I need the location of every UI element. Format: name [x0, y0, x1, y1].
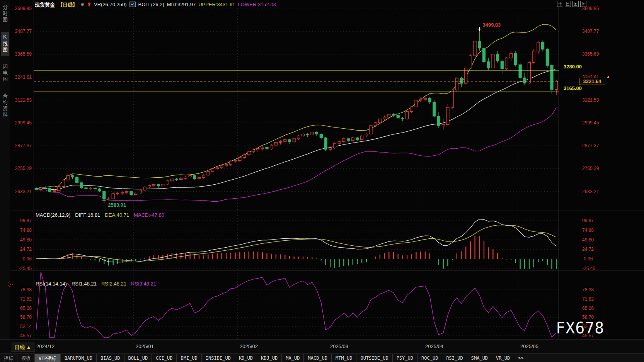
price-axis-label: 3487.77 [582, 29, 599, 34]
boll-upper-value: UPPER:3431.91 [198, 2, 235, 7]
toolbar-item-VR_UD[interactable]: VR_UD [492, 354, 514, 362]
circle-plus-icon[interactable]: ⊕ [80, 2, 84, 7]
toolbar-item-指标[interactable]: 指标 [0, 354, 17, 362]
price-axis-label: 3365.69 [15, 51, 32, 57]
toolbar-item-模板[interactable]: 模板 [17, 354, 35, 362]
date-label: 2025/05 [520, 343, 538, 349]
period-selector[interactable]: 日线 ▲ [11, 342, 35, 352]
rsi-axis-label: 71.82 [582, 296, 594, 302]
toolbar-item-ROC_UD[interactable]: ROC_UD [417, 354, 442, 362]
svg-text:2583.01: 2583.01 [108, 202, 126, 208]
period-selector-arrow-icon: ▲ [26, 344, 31, 350]
alert-price-label: 3165.00 [564, 85, 582, 91]
toolbar-item-DMI_UD[interactable]: DMI_UD [177, 354, 201, 362]
price-axis-label: 3243.61 [15, 75, 32, 80]
period-tag: 【日线】 [58, 1, 78, 8]
sidebar-tab-合约资料[interactable]: 合约资料 [1, 91, 9, 121]
watermark: FX678 [556, 319, 604, 337]
rsi3-value: RSI3:48.21 [131, 281, 156, 287]
macd-axis-label: -0.36 [21, 256, 32, 262]
macd-macd-value: MACD:-47.80 [134, 212, 164, 218]
price-axis-label: 2755.29 [582, 166, 599, 171]
chart-plot-area: 3499.832583.01 [34, 0, 559, 339]
price-axis-label: 3365.69 [582, 51, 599, 57]
main-chart-panel[interactable]: 3499.832583.01 [34, 8, 559, 211]
price-axis-label: 2999.45 [582, 120, 599, 126]
panel-separator [10, 211, 644, 211]
svg-text:3499.83: 3499.83 [482, 22, 501, 28]
date-label: 2024/12 [36, 343, 55, 349]
date-label: 2025/02 [240, 343, 258, 349]
sidebar-tab-K线图[interactable]: K线图 [1, 32, 9, 56]
alert-price-label: 3280.00 [564, 64, 582, 70]
indicator-toolbar: 指标模板VIP指标BARUPDN_UDBIAS_UDBOLL_UDCCI_UDD… [0, 354, 644, 362]
boll-indicator-label: BOLL(26,2) [138, 2, 164, 7]
macd-axis-label: 74.88 [582, 228, 594, 233]
price-axis-label: 3609.85 [15, 6, 32, 11]
boll-lower-value: LOWER:3152.03 [238, 2, 276, 7]
rsi-axis-label: 78.38 [582, 287, 594, 292]
rsi1-value: RSI1:48.21 [72, 281, 97, 287]
toolbar-item-OUTSIDE_UD[interactable]: OUTSIDE_UD [356, 354, 392, 362]
rsi-axis-label: 45.57 [20, 333, 32, 338]
period-selector-label: 日线 [15, 344, 25, 350]
rsi-axis-label: 65.26 [582, 306, 594, 311]
rsi2-value: RSI2:48.21 [101, 281, 126, 287]
price-axis-label: 2633.21 [15, 189, 32, 194]
macd-title: MACD(26,12,9) [36, 212, 70, 218]
toolbar-item-KDJ_UD[interactable]: KDJ_UD [257, 354, 282, 362]
macd-axis-label: 74.88 [20, 228, 32, 233]
axis-zoom-right-icon[interactable] [572, 1, 579, 7]
rsi-axis-label: 52.14 [20, 324, 32, 329]
toolbar-item-BOLL_UD[interactable]: BOLL_UD [124, 354, 152, 362]
macd-axis-label: 24.72 [20, 246, 32, 252]
date-label: 2025/03 [330, 343, 348, 349]
rsi-axis-label: 58.70 [20, 314, 32, 320]
axis-shift-icon[interactable] [580, 1, 586, 7]
toolbar-item-BIAS_UD[interactable]: BIAS_UD [97, 354, 124, 362]
sidebar-tab-闪电图[interactable]: 闪电图 [1, 62, 9, 85]
toolbar-item-MA_UD[interactable]: MA_UD [282, 354, 304, 362]
toolbar-item-RSI_UD[interactable]: RSI_UD [442, 354, 467, 362]
macd-dea-value: DEA:40.71 [105, 212, 129, 218]
price-axis-label: 3487.77 [15, 29, 32, 34]
toolbar-item-SMA_UD[interactable]: SMA_UD [467, 354, 492, 362]
price-axis-label: 3121.53 [15, 97, 32, 103]
macd-axis-label: -0.36 [582, 256, 593, 262]
date-label: 2025/04 [425, 343, 443, 349]
symbol-name: 现货黄金 [35, 1, 55, 8]
panel-separator [10, 270, 644, 271]
macd-diff-value: DIFF:16.81 [75, 212, 100, 218]
current-price-label: 3221.64 [579, 78, 605, 85]
macd-panel[interactable] [34, 211, 559, 270]
rsi-axis-label: 71.82 [20, 296, 32, 302]
price-axis-label: 2633.21 [582, 189, 599, 194]
crosshair-icon[interactable] [557, 1, 563, 7]
trading-app-root: 分时图K线图闪电图合约资料 现货黄金 【日线】 ⊕ ⬆ VR(26,70,250… [0, 0, 644, 362]
left-price-axis: 3609.853487.773365.693243.613121.532999.… [10, 0, 34, 339]
toolbar-item-PSY_UD[interactable]: PSY_UD [393, 354, 417, 362]
toolbar-item-INSIDE_UD[interactable]: INSIDE_UD [202, 354, 235, 362]
date-label: 2025/01 [136, 343, 154, 349]
axis-zoom-left-icon[interactable] [565, 1, 571, 7]
toolbar-more-button[interactable]: >> [514, 354, 528, 362]
rsi-settings-icon[interactable] [8, 282, 13, 287]
chart-toolbar-icons [557, 1, 586, 7]
chart-header: 现货黄金 【日线】 ⊕ ⬆ VR(26,70,250) BOLL(26,2) M… [35, 0, 276, 8]
toolbar-item-MTM_UD[interactable]: MTM_UD [332, 354, 356, 362]
macd-axis-label: 24.72 [582, 246, 594, 252]
toolbar-item-MACD_UD[interactable]: MACD_UD [304, 354, 332, 362]
left-tab-strip: 分时图K线图闪电图合约资料 [0, 0, 10, 362]
right-price-axis: 3609.853487.773365.693243.613121.532999.… [559, 0, 644, 339]
price-axis-label: 2999.45 [15, 120, 32, 126]
price-axis-label: 3121.53 [582, 97, 599, 103]
toolbar-item-VIP指标[interactable]: VIP指标 [35, 354, 61, 362]
macd-axis-label: 49.80 [20, 237, 32, 243]
toolbar-item-KD_UD[interactable]: KD_UD [235, 354, 257, 362]
price-axis-label: 2877.37 [582, 143, 599, 148]
toolbar-item-BARUPDN_UD[interactable]: BARUPDN_UD [61, 354, 97, 362]
toolbar-item-CCI_UD[interactable]: CCI_UD [152, 354, 177, 362]
sidebar-tab-分时图[interactable]: 分时图 [1, 2, 9, 25]
rsi-title: RSI(14,14,14) [36, 281, 67, 287]
macd-axis-label: 99.97 [582, 218, 594, 223]
